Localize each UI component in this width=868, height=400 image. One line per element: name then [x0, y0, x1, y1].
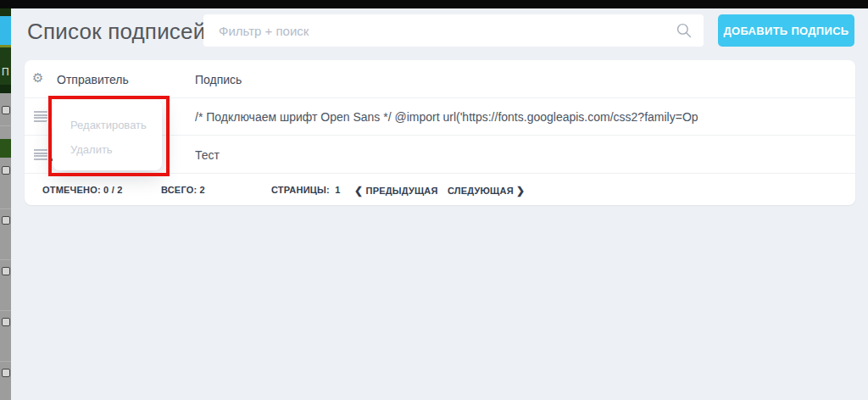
background-row-divider — [0, 125, 11, 126]
pagination-next-label: СЛЕДУЮЩАЯ — [448, 186, 514, 196]
background-checkbox — [2, 216, 10, 225]
chevron-left-icon: ❮ — [354, 185, 363, 197]
total-count-label: ВСЕГО: — [161, 185, 197, 195]
background-green-row-fragment — [0, 139, 11, 158]
chevron-right-icon: ❯ — [516, 185, 525, 197]
background-green-block — [0, 8, 11, 16]
column-header-sender[interactable]: Отправитель — [57, 73, 129, 86]
gear-icon[interactable]: ⚙ — [32, 70, 43, 86]
table-footer: ОТМЕЧЕНО: 0 / 2 ВСЕГО: 2 СТРАНИЦЫ: 1 ❮ П… — [25, 174, 855, 205]
background-checkbox — [2, 166, 10, 175]
pagination-prev-label: ПРЕДЫДУЩАЯ — [366, 186, 438, 196]
screenshot-root: П Список подписей ДОБАВИТЬ ПОДПИСЬ ⚙ Отп… — [0, 0, 868, 400]
page-title: Список подписей — [27, 19, 205, 45]
pages-label: СТРАНИЦЫ: — [271, 185, 330, 195]
background-checkbox — [2, 267, 10, 275]
selected-count-value: 0 / 2 — [103, 185, 122, 195]
total-count-value: 2 — [200, 185, 205, 195]
total-count: ВСЕГО: 2 — [161, 185, 205, 195]
pagination-next-button[interactable]: СЛЕДУЮЩАЯ ❯ — [448, 185, 525, 197]
signature-cell: /* Подключаем шрифт Open Sans */ @import… — [195, 110, 698, 124]
background-green-block — [0, 85, 11, 93]
pagination-prev-button[interactable]: ❮ ПРЕДЫДУЩАЯ — [354, 185, 438, 197]
top-black-bar — [0, 0, 868, 8]
column-header-signature[interactable]: Подпись — [195, 73, 242, 86]
search-input-wrapper — [203, 14, 704, 47]
search-icon[interactable] — [676, 23, 692, 38]
pages-indicator: СТРАНИЦЫ: 1 — [271, 185, 341, 195]
signature-cell: Тест — [195, 148, 220, 162]
background-checkbox — [2, 318, 10, 326]
pages-value: 1 — [335, 185, 340, 195]
background-row-divider — [0, 208, 11, 209]
selected-count-label: ОТМЕЧЕНО: — [42, 185, 101, 195]
row-menu-icon[interactable] — [34, 149, 47, 160]
annotation-red-box — [48, 96, 170, 176]
row-menu-icon[interactable] — [34, 111, 47, 122]
background-row-divider — [0, 259, 11, 260]
background-row-divider — [0, 361, 11, 362]
background-checkbox — [2, 369, 10, 377]
selected-count: ОТМЕЧЕНО: 0 / 2 — [42, 185, 122, 195]
search-input[interactable] — [203, 14, 704, 47]
table-header-row: ⚙ Отправитель Подпись — [25, 60, 855, 98]
background-checkbox — [2, 106, 10, 114]
background-page-strip: П — [0, 8, 11, 400]
add-signature-button[interactable]: ДОБАВИТЬ ПОДПИСЬ — [718, 14, 854, 47]
background-text-fragment: П — [2, 66, 9, 78]
background-row-divider — [0, 310, 11, 311]
background-cyan-button-fragment — [0, 16, 11, 45]
